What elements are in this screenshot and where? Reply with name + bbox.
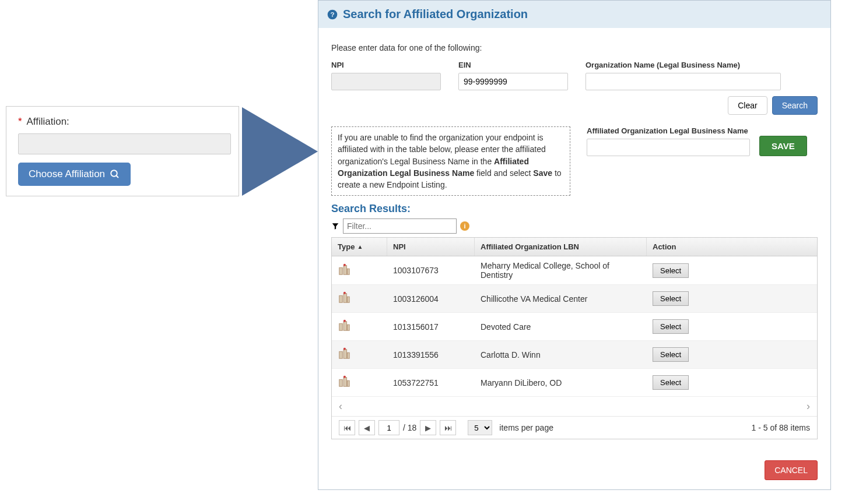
cell-npi: 1003107673 (387, 261, 475, 280)
cell-lbn: Devoted Care (475, 318, 647, 336)
search-results-heading: Search Results: (331, 203, 818, 215)
svg-point-25 (343, 376, 346, 378)
svg-rect-23 (343, 378, 347, 387)
pager-first-button[interactable]: ⏮ (339, 420, 355, 435)
ein-input[interactable] (458, 73, 568, 90)
cell-lbn: Chillicothe VA Medical Center (475, 290, 647, 308)
svg-point-21 (343, 348, 346, 350)
org-icon (338, 291, 350, 304)
cell-lbn: Meharry Medical College, School of Denti… (475, 256, 647, 284)
filter-icon (331, 222, 339, 230)
pager-pagesize-select[interactable]: 5 (468, 420, 492, 435)
svg-rect-7 (343, 266, 347, 275)
select-button[interactable]: Select (653, 291, 689, 306)
info-icon[interactable]: i (460, 221, 469, 231)
search-icon (110, 169, 120, 179)
aff-name-label: Affiliated Organization Legal Business N… (587, 126, 750, 135)
cancel-button[interactable]: CANCEL (765, 460, 818, 480)
ein-label: EIN (458, 61, 568, 69)
svg-rect-24 (348, 381, 350, 387)
filter-input[interactable] (343, 218, 457, 234)
org-icon (338, 375, 350, 388)
filter-row: i (331, 218, 818, 234)
cell-npi: 1053722751 (387, 373, 475, 392)
search-button-row: Clear Search (331, 96, 818, 115)
org-name-field: Organization Name (Legal Business Name) (585, 61, 781, 90)
panel-footer: CANCEL (318, 449, 830, 489)
horizontal-scroll-nav: ‹ › (332, 397, 817, 416)
cell-type (332, 287, 387, 311)
cell-action: Select (647, 259, 817, 283)
note-box: If you are unable to find the organizati… (331, 126, 570, 196)
aff-name-input[interactable] (587, 139, 750, 156)
select-button[interactable]: Select (653, 263, 689, 278)
affiliation-label-text: Affiliation: (26, 116, 69, 127)
panel-header: ? Search for Affiliated Organization (318, 1, 830, 28)
svg-point-9 (343, 264, 346, 266)
lower-row: If you are unable to find the organizati… (331, 126, 818, 196)
arrow-pointer (242, 107, 318, 198)
cell-type (332, 259, 387, 283)
col-header-lbn[interactable]: Affiliated Organization LBN (475, 238, 647, 256)
table-row: 1013156017Devoted CareSelect (332, 313, 817, 341)
ein-field: EIN (458, 61, 568, 90)
select-button[interactable]: Select (653, 375, 689, 390)
table-row: 1053722751Maryann DiLibero, ODSelect (332, 369, 817, 397)
clear-button[interactable]: Clear (728, 96, 767, 115)
pager-next-button[interactable]: ▶ (420, 420, 436, 435)
cell-action: Select (647, 371, 817, 394)
svg-point-17 (343, 320, 346, 322)
affiliation-card: * Affiliation: Choose Affiliation (6, 106, 239, 196)
col-header-action[interactable]: Action (647, 238, 817, 256)
choose-affiliation-button[interactable]: Choose Affiliation (18, 163, 131, 186)
affiliation-label: * Affiliation: (18, 116, 227, 128)
pager-prev-button[interactable]: ◀ (359, 420, 375, 435)
svg-rect-8 (348, 269, 350, 274)
svg-marker-2 (242, 107, 318, 196)
affiliation-input[interactable] (18, 133, 231, 154)
org-icon (338, 347, 350, 360)
table-row: 1003126004Chillicothe VA Medical CenterS… (332, 285, 817, 313)
help-icon: ? (327, 9, 338, 20)
org-name-input[interactable] (585, 73, 781, 90)
svg-point-0 (111, 170, 117, 177)
search-button[interactable]: Search (772, 96, 818, 115)
cell-npi: 1013156017 (387, 318, 475, 336)
save-button[interactable]: SAVE (759, 136, 807, 156)
org-icon (338, 319, 350, 332)
npi-input[interactable] (331, 73, 441, 90)
search-affiliation-panel: ? Search for Affiliated Organization Ple… (318, 0, 831, 490)
scroll-left-icon[interactable]: ‹ (339, 400, 342, 413)
svg-rect-16 (348, 325, 350, 331)
svg-rect-11 (343, 294, 347, 303)
aff-name-field: Affiliated Organization Legal Business N… (587, 126, 750, 156)
col-header-npi[interactable]: NPI (387, 238, 475, 256)
select-button[interactable]: Select (653, 347, 689, 362)
cell-lbn: Maryann DiLibero, OD (475, 373, 647, 392)
svg-point-13 (343, 292, 346, 294)
svg-rect-22 (339, 380, 343, 387)
svg-rect-6 (339, 267, 343, 274)
cell-action: Select (647, 343, 817, 366)
table-row: 1013391556Carlotta D. WinnSelect (332, 341, 817, 369)
cell-type (332, 371, 387, 394)
table-body[interactable]: 1003107673Meharry Medical College, Schoo… (332, 256, 817, 397)
svg-line-1 (116, 175, 118, 178)
svg-rect-18 (339, 352, 343, 359)
pager-total: / 18 (403, 423, 416, 432)
svg-rect-10 (339, 296, 343, 303)
pager-last-button[interactable]: ⏭ (440, 420, 456, 435)
results-table: Type ▲ NPI Affiliated Organization LBN A… (331, 237, 818, 439)
svg-marker-5 (332, 224, 339, 230)
cell-action: Select (647, 315, 817, 339)
org-icon (338, 263, 350, 276)
required-asterisk: * (18, 116, 22, 127)
svg-text:?: ? (330, 10, 334, 18)
pager: ⏮ ◀ / 18 ▶ ⏭ 5 items per page 1 - 5 of 8… (332, 416, 817, 439)
col-header-type[interactable]: Type ▲ (332, 238, 387, 256)
search-fields: NPI EIN Organization Name (Legal Busines… (331, 61, 818, 90)
pager-current-input[interactable] (378, 420, 399, 435)
select-button[interactable]: Select (653, 319, 689, 334)
scroll-right-icon[interactable]: › (807, 400, 810, 413)
panel-title: Search for Affiliated Organization (343, 8, 528, 21)
